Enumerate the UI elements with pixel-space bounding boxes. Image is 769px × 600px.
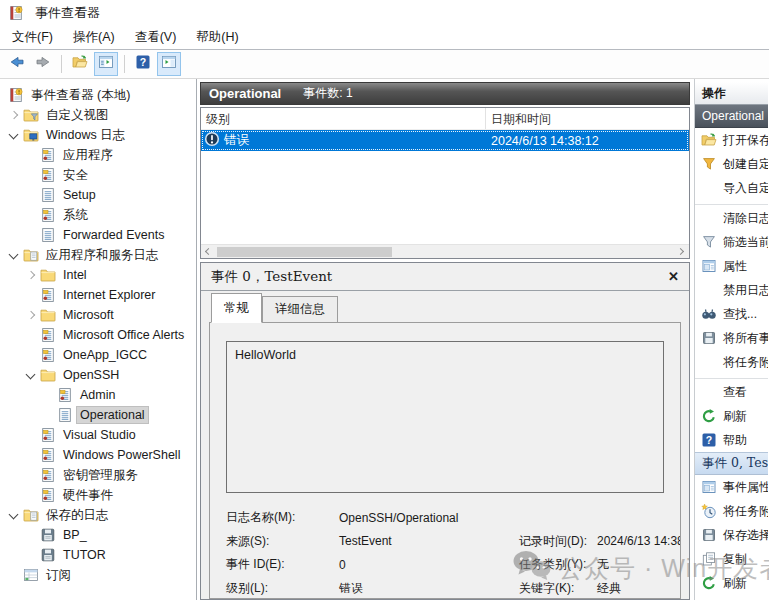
action-导入自定义视图[interactable]: 导入自定义视图... xyxy=(695,176,768,200)
tree-item-应用程序[interactable]: 应用程序 xyxy=(0,145,196,165)
properties-icon xyxy=(701,479,717,495)
action-复制[interactable]: 复制 xyxy=(695,547,768,571)
detail-title: 事件 0，TestEvent xyxy=(211,268,332,286)
event-row[interactable]: 错误2024/6/13 14:38:12 xyxy=(201,130,689,151)
tree-item-label: Internet Explorer xyxy=(60,287,158,303)
tree-item-intel[interactable]: Intel xyxy=(0,265,196,285)
action-pane-button[interactable] xyxy=(157,52,181,76)
menu-help[interactable]: 帮助(H) xyxy=(186,26,248,49)
expander-icon[interactable] xyxy=(23,367,40,383)
forward-arrow-button[interactable] xyxy=(31,52,55,76)
tree-item-label: 应用程序和服务日志 xyxy=(43,246,162,265)
log-icon xyxy=(40,427,56,443)
scrollbar-thumb[interactable] xyxy=(217,247,392,257)
tree-item-自定义视图[interactable]: 自定义视图 xyxy=(0,105,196,125)
menu-action[interactable]: 操作(A) xyxy=(63,26,125,49)
horizontal-scrollbar[interactable] xyxy=(201,244,689,258)
action-查找[interactable]: 查找... xyxy=(695,302,768,326)
field-value: 无 xyxy=(597,556,609,573)
menu-view[interactable]: 查看(V) xyxy=(125,26,187,49)
action-将任务附加到此事件[interactable]: 将任务附加到此事件... xyxy=(695,499,768,523)
tree-item-tutor[interactable]: TUTOR xyxy=(0,545,196,565)
action-label: 属性 xyxy=(723,258,747,275)
column-datetime[interactable]: 日期和时间 xyxy=(486,108,689,129)
error-icon xyxy=(204,131,220,150)
tree-item-订阅[interactable]: 订阅 xyxy=(0,565,196,585)
tree-item-operational[interactable]: Operational xyxy=(0,405,196,425)
none-icon xyxy=(701,354,717,370)
action-禁用日志[interactable]: 禁用日志 xyxy=(695,278,768,302)
tree-item-openssh[interactable]: OpenSSH xyxy=(0,365,196,385)
expander-icon[interactable] xyxy=(6,127,23,143)
expander-icon[interactable] xyxy=(23,267,40,283)
field-label: 任务类别(Y): xyxy=(519,556,597,573)
scroll-left-icon[interactable] xyxy=(201,245,215,259)
action-帮助[interactable]: ?帮助 xyxy=(695,595,768,600)
window-title: 事件查看器 xyxy=(35,4,100,22)
none-icon xyxy=(701,180,717,196)
tree-item-microsoft[interactable]: Microsoft xyxy=(0,305,196,325)
expander-icon[interactable] xyxy=(6,507,23,523)
tree-item-保存的日志[interactable]: 保存的日志 xyxy=(0,505,196,525)
log-icon xyxy=(40,147,56,163)
action-label: 刷新 xyxy=(723,408,747,425)
tree-item-label: 硬件事件 xyxy=(60,486,116,505)
tree-item-forwarded-events[interactable]: Forwarded Events xyxy=(0,225,196,245)
copy-icon xyxy=(701,551,717,567)
expander-icon xyxy=(23,227,40,243)
action-筛选当前日志[interactable]: 筛选当前日志... xyxy=(695,230,768,254)
tree-item-安全[interactable]: 安全 xyxy=(0,165,196,185)
action-将所有事件另存为[interactable]: 将所有事件另存为... xyxy=(695,326,768,350)
action-刷新[interactable]: 刷新 xyxy=(695,571,768,595)
actions-group-header: Operational xyxy=(695,105,768,128)
action-清除日志[interactable]: 清除日志... xyxy=(695,204,768,230)
tree-item-setup[interactable]: Setup xyxy=(0,185,196,205)
tab-details[interactable]: 详细信息 xyxy=(262,296,338,323)
tree-item-windows-日志[interactable]: Windows 日志 xyxy=(0,125,196,145)
event-message[interactable]: HelloWorld xyxy=(226,341,664,493)
action-刷新[interactable]: 刷新 xyxy=(695,404,768,428)
menu-file[interactable]: 文件(F) xyxy=(2,26,63,49)
close-icon[interactable]: ✕ xyxy=(668,269,679,284)
action-帮助[interactable]: ?帮助 xyxy=(695,428,768,452)
action-保存选择的事件[interactable]: 保存选择的事件... xyxy=(695,523,768,547)
tree-item-bp_[interactable]: BP_ xyxy=(0,525,196,545)
tree-item-系统[interactable]: 系统 xyxy=(0,205,196,225)
tree-item-硬件事件[interactable]: 硬件事件 xyxy=(0,485,196,505)
tree-item-admin[interactable]: Admin xyxy=(0,385,196,405)
tree-item-windows-powershell[interactable]: Windows PowerShell xyxy=(0,445,196,465)
tree-item-visual-studio[interactable]: Visual Studio xyxy=(0,425,196,445)
action-label: 打开保存的日志... xyxy=(723,132,768,149)
tree-item-应用程序和服务日志[interactable]: 应用程序和服务日志 xyxy=(0,245,196,265)
field-label: 记录时间(D): xyxy=(519,533,597,550)
action-label: 导入自定义视图... xyxy=(723,180,768,197)
open-folder-button[interactable] xyxy=(68,52,92,76)
expander-icon xyxy=(23,287,40,303)
console-tree-pane-button[interactable] xyxy=(94,52,118,76)
tab-general[interactable]: 常规 xyxy=(211,293,262,323)
toolbar-separator xyxy=(124,55,125,73)
help-button[interactable]: ? xyxy=(131,52,155,76)
action-打开保存的日志[interactable]: 打开保存的日志... xyxy=(695,128,768,152)
tree-item-label: 密钥管理服务 xyxy=(60,466,141,485)
action-属性[interactable]: 属性 xyxy=(695,254,768,278)
tree-item-microsoft-office-alerts[interactable]: Microsoft Office Alerts xyxy=(0,325,196,345)
tree-item-internet-explorer[interactable]: Internet Explorer xyxy=(0,285,196,305)
action-label: 将任务附加到此事件... xyxy=(723,503,768,520)
tree-item-label: 事件查看器 (本地) xyxy=(28,86,133,105)
expander-icon[interactable] xyxy=(6,247,23,263)
action-事件属性[interactable]: 事件属性 xyxy=(695,475,768,499)
scroll-right-icon[interactable] xyxy=(675,245,689,259)
svg-text:?: ? xyxy=(140,56,146,68)
expander-icon[interactable] xyxy=(23,307,40,323)
action-创建自定义视图[interactable]: 创建自定义视图... xyxy=(695,152,768,176)
column-level[interactable]: 级别 xyxy=(201,108,486,129)
action-label: 创建自定义视图... xyxy=(723,156,768,173)
tree-item-密钥管理服务[interactable]: 密钥管理服务 xyxy=(0,465,196,485)
tree-item-oneapp_igcc[interactable]: OneApp_IGCC xyxy=(0,345,196,365)
action-查看[interactable]: 查看 xyxy=(695,378,768,404)
back-arrow-button[interactable] xyxy=(5,52,29,76)
action-将任务附加到此日志[interactable]: 将任务附加到此日志... xyxy=(695,350,768,374)
tree-item-事件查看器-(本地)[interactable]: 事件查看器 (本地) xyxy=(0,85,196,105)
expander-icon[interactable] xyxy=(6,107,23,123)
